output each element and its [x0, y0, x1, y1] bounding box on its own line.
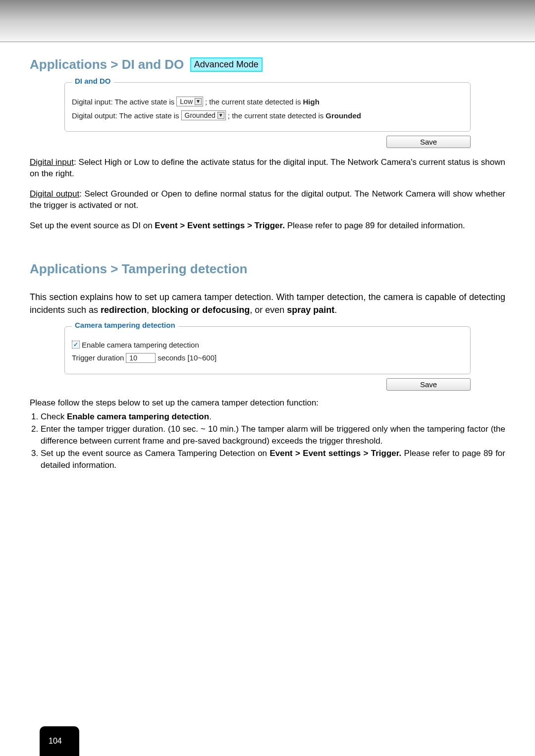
steps-intro: Please follow the steps below to set up … — [30, 398, 505, 409]
do-select-value: Grounded — [185, 111, 215, 119]
intro-bold1: redirection — [101, 305, 147, 315]
page-header-gradient — [0, 0, 535, 42]
di-current-state: High — [303, 98, 319, 106]
do-state-select[interactable]: Grounded ▼ — [181, 110, 226, 120]
breadcrumb-di-do: Applications > DI and DO — [30, 57, 184, 72]
intro-bold3: spray paint — [287, 305, 334, 315]
trigger-duration-label: Trigger duration — [72, 353, 124, 362]
enable-tamper-row: ✓ Enable camera tampering detection — [72, 341, 463, 349]
intro-bold2: blocking or defocusing — [152, 305, 250, 315]
page-content: Applications > DI and DO Advanced Mode D… — [0, 42, 535, 471]
di-do-fieldset: DI and DO Digital input: The active stat… — [64, 82, 471, 132]
di-explain: Digital input: Select High or Low to def… — [30, 157, 505, 180]
trigger-duration-input[interactable]: 10 — [126, 353, 156, 363]
step-2: Enter the tamper trigger duration. (10 s… — [41, 423, 505, 447]
s1-pre: Check — [41, 412, 67, 421]
digital-output-row: Digital output: The active state is Grou… — [72, 110, 463, 120]
di-label-pre: Digital input: The active state is — [72, 98, 174, 106]
intro-mid2: , or even — [250, 305, 287, 315]
p3-bold: Event > Event settings > Trigger. — [155, 221, 285, 230]
tamper-legend: Camera tampering detection — [72, 321, 178, 329]
s3-pre: Set up the event source as Camera Tamper… — [41, 449, 269, 458]
enable-tamper-label: Enable camera tampering detection — [82, 341, 199, 349]
chevron-down-icon: ▼ — [217, 112, 224, 119]
s1-post: . — [209, 412, 212, 421]
save-button[interactable]: Save — [386, 136, 471, 148]
tamper-fieldset: Camera tampering detection ✓ Enable came… — [64, 326, 471, 374]
breadcrumb-tampering: Applications > Tampering detection — [30, 261, 505, 277]
di-state-select[interactable]: Low ▼ — [176, 97, 203, 106]
advanced-mode-badge: Advanced Mode — [190, 57, 263, 72]
di-do-legend: DI and DO — [72, 77, 114, 85]
do-label-pre: Digital output: The active state is — [72, 111, 179, 120]
s1-bold: Enable camera tampering detection — [67, 412, 209, 421]
event-di-explain: Set up the event source as DI on Event >… — [30, 220, 505, 232]
di-do-save-row: Save — [64, 136, 471, 148]
trigger-duration-range: seconds [10~600] — [158, 353, 216, 362]
di-underline: Digital input — [30, 157, 74, 167]
di-select-value: Low — [180, 98, 193, 105]
do-current-state: Grounded — [325, 111, 361, 120]
enable-tamper-checkbox[interactable]: ✓ — [72, 341, 80, 349]
step-1: Check Enable camera tampering detection. — [41, 411, 505, 422]
tamper-intro: This section explains how to set up came… — [30, 291, 505, 316]
digital-input-row: Digital input: The active state is Low ▼… — [72, 97, 463, 106]
s3-bold: Event > Event settings > Trigger. — [269, 449, 401, 458]
step-3: Set up the event source as Camera Tamper… — [41, 448, 505, 471]
di-label-post: ; the current state detected is — [205, 98, 301, 106]
steps-list: Check Enable camera tampering detection.… — [30, 411, 505, 471]
tamper-save-row: Save — [64, 378, 471, 391]
save-button[interactable]: Save — [386, 378, 471, 391]
do-explain-rest: : Select Grounded or Open to define norm… — [30, 189, 505, 210]
p3-post: Please refer to page 89 for detailed inf… — [285, 221, 465, 230]
section1-heading-row: Applications > DI and DO Advanced Mode — [30, 57, 505, 72]
chevron-down-icon: ▼ — [195, 98, 202, 105]
do-underline: Digital output — [30, 189, 79, 199]
do-label-post: ; the current state detected is — [228, 111, 323, 120]
intro-mid1: , — [147, 305, 152, 315]
p3-pre: Set up the event source as DI on — [30, 221, 155, 230]
di-explain-rest: : Select High or Low to define the activ… — [30, 157, 505, 178]
do-explain: Digital output: Select Grounded or Open … — [30, 189, 505, 211]
trigger-duration-row: Trigger duration 10 seconds [10~600] — [72, 353, 463, 363]
intro-end: . — [334, 305, 337, 315]
